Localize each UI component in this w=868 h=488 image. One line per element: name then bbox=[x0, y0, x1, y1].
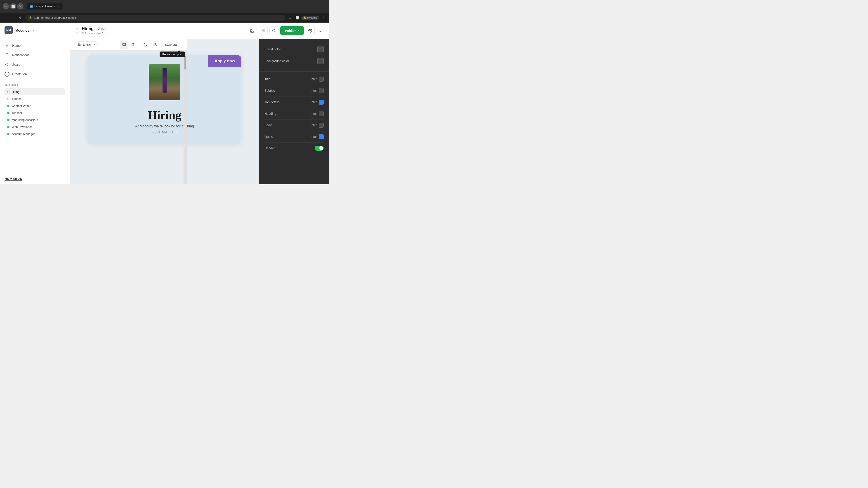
more-options-button[interactable]: … bbox=[316, 27, 324, 35]
header-toggle[interactable] bbox=[315, 146, 324, 151]
sidebar-item-create-job[interactable]: + Create job bbox=[0, 69, 70, 79]
window-button[interactable]: ⬜ bbox=[294, 14, 301, 21]
sidebar-item-teacher[interactable]: Teacher bbox=[4, 109, 65, 116]
job-dot-dashed bbox=[7, 98, 9, 100]
settings-button[interactable] bbox=[306, 26, 315, 35]
top-bar-left: Hiring Draft Full-time · New York bbox=[74, 26, 244, 35]
tab-bar: H Hiring - Homerun ✕ + bbox=[27, 3, 324, 9]
maximize-button[interactable]: ⬜ bbox=[10, 3, 16, 9]
publish-button[interactable]: Publish ▾ bbox=[280, 26, 304, 35]
star-button[interactable]: ☆ bbox=[287, 14, 293, 21]
sidebar-item-trainer[interactable]: Trainer bbox=[4, 95, 65, 102]
language-selector[interactable]: 🇺🇸 English ▾ bbox=[74, 41, 98, 48]
sidebar-item-search[interactable]: Search bbox=[0, 60, 70, 69]
sidebar-item-label: Home bbox=[12, 44, 21, 47]
tab-close-button[interactable]: ✕ bbox=[57, 4, 61, 8]
sidebar-item-marketing[interactable]: Marketing Associate bbox=[4, 116, 65, 123]
flag-icon: 🇺🇸 bbox=[78, 43, 81, 46]
your-jobs-label[interactable]: Your jobs ▾ bbox=[4, 84, 65, 87]
refresh-button[interactable]: ↺ bbox=[17, 14, 24, 21]
loading-icon bbox=[74, 29, 79, 33]
sidebar-item-hiring[interactable]: Hiring bbox=[4, 88, 65, 95]
search-tool-button[interactable] bbox=[270, 26, 278, 35]
desktop-view-button[interactable] bbox=[120, 41, 128, 49]
font-row-subtitle: Subtitle Inter bbox=[265, 85, 324, 96]
job-dot-green bbox=[7, 126, 9, 128]
minimize-button[interactable]: — bbox=[3, 3, 9, 9]
font-label: Title bbox=[265, 77, 270, 81]
preview-eye-button[interactable] bbox=[151, 41, 159, 49]
notifications-icon bbox=[4, 53, 9, 58]
job-title-section: Hiring Draft Full-time · New York bbox=[82, 26, 108, 35]
font-label: Body bbox=[265, 123, 272, 127]
browser-actions: ☆ ⬜ 🕵 Incognito ⋮ bbox=[287, 14, 327, 21]
new-tab-button[interactable]: + bbox=[64, 4, 70, 9]
apply-now-button[interactable]: Apply now bbox=[208, 55, 241, 67]
sidebar-footer: HOMERUN bbox=[0, 173, 70, 184]
save-draft-button[interactable]: Save draft bbox=[161, 41, 182, 48]
canvas-content: Apply now Hiring At Moodjoy we're bbox=[70, 51, 259, 184]
edit-tool-button[interactable] bbox=[248, 26, 257, 35]
job-dot-green bbox=[7, 133, 9, 135]
background-color-label: Background color bbox=[265, 59, 289, 63]
brand-color-swatch[interactable] bbox=[317, 46, 324, 53]
font-value: Inter bbox=[311, 123, 324, 128]
url-bar[interactable]: 🔒 app.homerun.co/job/336546/edit bbox=[25, 15, 285, 21]
canvas-scrollbar[interactable] bbox=[184, 51, 187, 184]
background-color-row: Background color bbox=[265, 55, 324, 67]
top-bar: Hiring Draft Full-time · New York Publ bbox=[70, 23, 329, 39]
tab-favicon: H bbox=[30, 5, 33, 8]
right-panel: Brand color Background color Title Inter bbox=[259, 39, 329, 184]
job-dot-green bbox=[7, 119, 9, 121]
secondary-toolbar-actions: Save draft bbox=[141, 41, 182, 49]
font-color-swatch[interactable] bbox=[319, 123, 324, 128]
top-bar-actions: Publish ▾ … bbox=[248, 26, 324, 35]
back-button[interactable]: ← bbox=[3, 14, 9, 21]
homerun-logo: HOMERUN bbox=[4, 177, 22, 181]
font-color-swatch[interactable] bbox=[319, 88, 324, 93]
font-row-heading: Heading Inter bbox=[265, 108, 324, 120]
background-color-swatch[interactable] bbox=[317, 58, 324, 64]
sidebar-item-account-mgr[interactable]: Account Manager bbox=[4, 130, 65, 137]
preview-tooltip: Preview job post bbox=[160, 52, 185, 57]
font-row-quote: Quote Inter bbox=[265, 131, 324, 142]
font-color-swatch[interactable] bbox=[319, 111, 324, 116]
sidebar-item-label: Notifications bbox=[12, 53, 29, 57]
font-color-swatch[interactable] bbox=[319, 134, 324, 139]
sidebar-item-home[interactable]: ⌂ Home bbox=[0, 41, 70, 51]
incognito-label: Incognito bbox=[307, 16, 317, 19]
forward-button[interactable]: → bbox=[10, 14, 16, 21]
incognito-icon: 🕵 bbox=[303, 16, 306, 19]
list-tool-button[interactable] bbox=[258, 26, 268, 35]
font-value: Inter bbox=[311, 76, 324, 82]
create-job-icon: + bbox=[4, 72, 9, 76]
lock-icon: 🔒 bbox=[29, 16, 32, 19]
incognito-badge[interactable]: 🕵 Incognito bbox=[301, 15, 319, 20]
sidebar-item-notifications[interactable]: Notifications bbox=[0, 51, 70, 60]
font-value: Inter bbox=[311, 111, 324, 116]
view-buttons bbox=[120, 41, 137, 49]
job-dot-dashed bbox=[7, 91, 9, 93]
card-subtitle: At Moodjoy we're looking for a Hiringto … bbox=[88, 124, 241, 143]
font-label: Subtitle bbox=[265, 89, 275, 92]
font-color-swatch[interactable] bbox=[319, 76, 324, 82]
active-tab[interactable]: H Hiring - Homerun ✕ bbox=[27, 3, 63, 9]
svg-point-10 bbox=[310, 30, 311, 31]
sidebar-item-web-dev[interactable]: Web Developer bbox=[4, 123, 65, 130]
mobile-view-button[interactable] bbox=[129, 41, 137, 49]
editor-area: 🇺🇸 English ▾ bbox=[70, 39, 329, 184]
secondary-toolbar: 🇺🇸 English ▾ bbox=[70, 39, 187, 51]
font-label: Header bbox=[265, 147, 275, 150]
svg-line-9 bbox=[275, 31, 276, 32]
job-title: Hiring Draft bbox=[82, 26, 108, 31]
svg-point-8 bbox=[273, 29, 275, 32]
sidebar-header: MM Moodjoy ▾ bbox=[0, 23, 70, 38]
sidebar-item-content-writer[interactable]: Content Writer bbox=[4, 102, 65, 109]
close-button[interactable]: ✕ bbox=[17, 3, 24, 9]
edit-mode-button[interactable] bbox=[141, 41, 149, 49]
brand-color-label: Brand color bbox=[265, 47, 281, 51]
more-menu-button[interactable]: ⋮ bbox=[320, 14, 327, 21]
font-value: Inter bbox=[311, 134, 324, 139]
font-row-body: Body Inter bbox=[265, 120, 324, 131]
font-color-swatch[interactable] bbox=[319, 100, 324, 105]
